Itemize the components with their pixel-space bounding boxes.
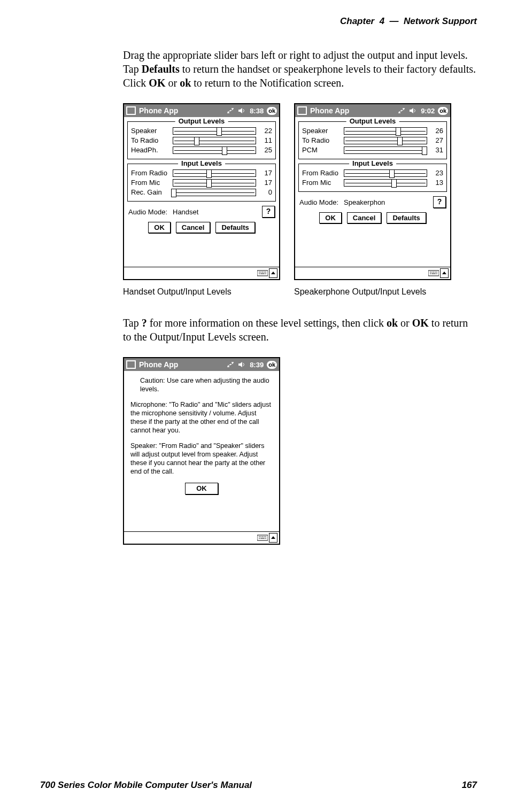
- svg-rect-1: [428, 270, 439, 276]
- level-row: Speaker22: [131, 127, 272, 135]
- level-value: 17: [259, 179, 272, 187]
- ok-bubble[interactable]: ok: [438, 107, 448, 115]
- paragraph-2: Tap ? for more information on these leve…: [123, 316, 477, 344]
- level-label: Speaker: [302, 127, 341, 135]
- level-row: From Radio23: [302, 169, 443, 177]
- help-button[interactable]: ?: [262, 206, 275, 218]
- input-levels-group: Input Levels From Radio17From Mic17Rec. …: [127, 164, 276, 202]
- sip-arrow-icon[interactable]: [269, 533, 277, 543]
- level-slider[interactable]: [173, 179, 256, 187]
- audio-mode-value: Speakerphon: [344, 198, 385, 206]
- level-label: From Mic: [131, 179, 169, 187]
- app-title: Phone App: [310, 106, 349, 115]
- screenshot-speakerphone: Phone App 9:02 ok Output Levels Speaker2…: [294, 103, 449, 297]
- app-title: Phone App: [139, 106, 178, 115]
- level-row: HeadPh.25: [131, 146, 272, 154]
- level-label: From Radio: [131, 169, 169, 177]
- start-flag-icon[interactable]: [126, 106, 136, 115]
- clock: 8:38: [250, 107, 264, 115]
- output-legend: Output Levels: [346, 117, 399, 125]
- svg-rect-2: [257, 535, 268, 540]
- level-label: To Radio: [131, 136, 169, 144]
- level-value: 22: [259, 127, 272, 135]
- level-slider[interactable]: [173, 137, 256, 144]
- keyboard-icon[interactable]: [428, 269, 439, 277]
- help-mic: Microphone: "To Radio" and "Mic" sliders…: [130, 400, 273, 435]
- output-levels-group: Output Levels Speaker26To Radio27PCM31: [298, 121, 447, 159]
- defaults-button[interactable]: Defaults: [387, 212, 426, 223]
- level-row: Speaker26: [302, 127, 443, 135]
- speaker-icon[interactable]: [238, 361, 246, 368]
- connectivity-icon[interactable]: [397, 107, 406, 114]
- connectivity-icon[interactable]: [226, 107, 235, 114]
- chapter-title: Network Support: [404, 16, 477, 26]
- level-row: To Radio11: [131, 136, 272, 144]
- speaker-icon[interactable]: [409, 107, 418, 114]
- level-row: Rec. Gain0: [131, 188, 272, 196]
- level-slider[interactable]: [344, 169, 427, 177]
- chapter-label: Chapter: [340, 16, 374, 26]
- level-slider[interactable]: [173, 169, 256, 177]
- chapter-number: 4: [380, 16, 384, 26]
- connectivity-icon[interactable]: [226, 361, 235, 368]
- keyboard-icon[interactable]: [257, 534, 268, 542]
- level-value: 26: [430, 127, 443, 135]
- app-title: Phone App: [139, 360, 178, 369]
- level-value: 13: [430, 179, 443, 187]
- level-row: PCM31: [302, 146, 443, 154]
- level-slider[interactable]: [173, 127, 256, 135]
- level-value: 31: [430, 146, 443, 154]
- titlebar: Phone App 8:39 ok: [124, 358, 279, 371]
- level-label: PCM: [302, 146, 341, 154]
- cancel-button[interactable]: Cancel: [347, 212, 382, 223]
- level-label: HeadPh.: [131, 146, 169, 154]
- output-levels-group: Output Levels Speaker22To Radio11HeadPh.…: [127, 121, 276, 159]
- level-label: To Radio: [302, 136, 341, 144]
- level-slider[interactable]: [344, 146, 427, 154]
- svg-rect-0: [257, 270, 268, 276]
- level-slider[interactable]: [173, 189, 256, 196]
- help-button[interactable]: ?: [433, 196, 446, 208]
- screenshot-help: Phone App 8:39 ok Caution: Use care when…: [123, 357, 278, 545]
- level-label: From Mic: [302, 179, 341, 187]
- level-row: From Mic13: [302, 179, 443, 187]
- level-label: Speaker: [131, 127, 169, 135]
- input-legend: Input Levels: [349, 159, 396, 167]
- level-slider[interactable]: [344, 127, 427, 135]
- help-speaker: Speaker: "From Radio" and "Speaker" slid…: [130, 442, 273, 476]
- ok-bubble[interactable]: ok: [267, 107, 277, 115]
- level-label: Rec. Gain: [131, 188, 169, 196]
- start-flag-icon[interactable]: [126, 360, 136, 369]
- ok-bubble[interactable]: ok: [267, 361, 277, 369]
- ok-button[interactable]: OK: [148, 222, 171, 233]
- caption-handset: Handset Output/Input Levels: [123, 287, 278, 297]
- ok-button[interactable]: OK: [319, 212, 342, 223]
- audio-mode-label: Audio Mode:: [128, 208, 167, 216]
- speaker-icon[interactable]: [238, 107, 246, 114]
- titlebar: Phone App 8:38 ok: [124, 104, 279, 117]
- level-slider[interactable]: [344, 179, 427, 187]
- sip-arrow-icon[interactable]: [269, 268, 277, 278]
- keyboard-icon[interactable]: [257, 269, 268, 277]
- level-slider[interactable]: [173, 146, 256, 154]
- level-label: From Radio: [302, 169, 341, 177]
- paragraph-1: Drag the appropriate slider bars left or…: [123, 48, 477, 90]
- defaults-button[interactable]: Defaults: [215, 222, 254, 233]
- help-ok-button[interactable]: OK: [185, 483, 218, 495]
- input-levels-group: Input Levels From Radio23From Mic13: [298, 164, 447, 192]
- level-value: 0: [259, 188, 272, 196]
- start-flag-icon[interactable]: [297, 106, 307, 115]
- titlebar: Phone App 9:02 ok: [295, 104, 450, 117]
- input-legend: Input Levels: [178, 159, 225, 167]
- level-row: From Radio17: [131, 169, 272, 177]
- sip-arrow-icon[interactable]: [440, 268, 449, 278]
- level-slider[interactable]: [344, 137, 427, 144]
- level-row: To Radio27: [302, 136, 443, 144]
- page-number: 167: [462, 780, 477, 791]
- manual-title: 700 Series Color Mobile Computer User's …: [40, 780, 252, 791]
- header-sep: —: [390, 16, 399, 26]
- cancel-button[interactable]: Cancel: [176, 222, 211, 233]
- level-value: 11: [259, 136, 272, 144]
- screenshot-handset: Phone App 8:38 ok Output Levels Speaker2…: [123, 103, 278, 297]
- level-value: 23: [430, 169, 443, 177]
